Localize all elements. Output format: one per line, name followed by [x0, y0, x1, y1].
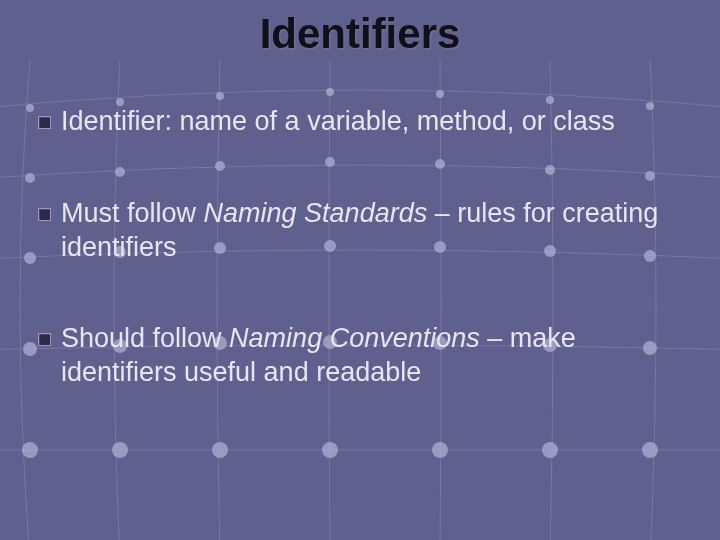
svg-point-0: [26, 104, 34, 112]
slide: Identifiers Identifier: name of a variab…: [0, 0, 720, 540]
svg-point-5: [546, 96, 554, 104]
svg-point-28: [22, 442, 38, 458]
list-item-text: Identifier: name of a variable, method, …: [61, 105, 680, 139]
list-item: Identifier: name of a variable, method, …: [38, 105, 680, 139]
svg-point-7: [25, 173, 35, 183]
svg-point-4: [436, 90, 444, 98]
text-segment: Must follow: [61, 198, 204, 228]
text-segment: Should follow: [61, 323, 229, 353]
bullet-icon: [38, 116, 51, 129]
list-item: Should follow Naming Conventions – make …: [38, 322, 680, 390]
text-emphasis: Naming Conventions: [229, 323, 480, 353]
content-area: Identifier: name of a variable, method, …: [38, 105, 680, 448]
slide-title: Identifiers: [0, 10, 720, 58]
text-segment: Identifier: name of a variable, method, …: [61, 106, 615, 136]
list-item: Must follow Naming Standards – rules for…: [38, 197, 680, 265]
text-emphasis: Naming Standards: [204, 198, 428, 228]
bullet-icon: [38, 208, 51, 221]
svg-point-21: [23, 342, 37, 356]
bullet-icon: [38, 333, 51, 346]
list-item-text: Must follow Naming Standards – rules for…: [61, 197, 680, 265]
svg-point-3: [326, 88, 334, 96]
svg-point-2: [216, 92, 224, 100]
svg-point-14: [24, 252, 36, 264]
list-item-text: Should follow Naming Conventions – make …: [61, 322, 680, 390]
